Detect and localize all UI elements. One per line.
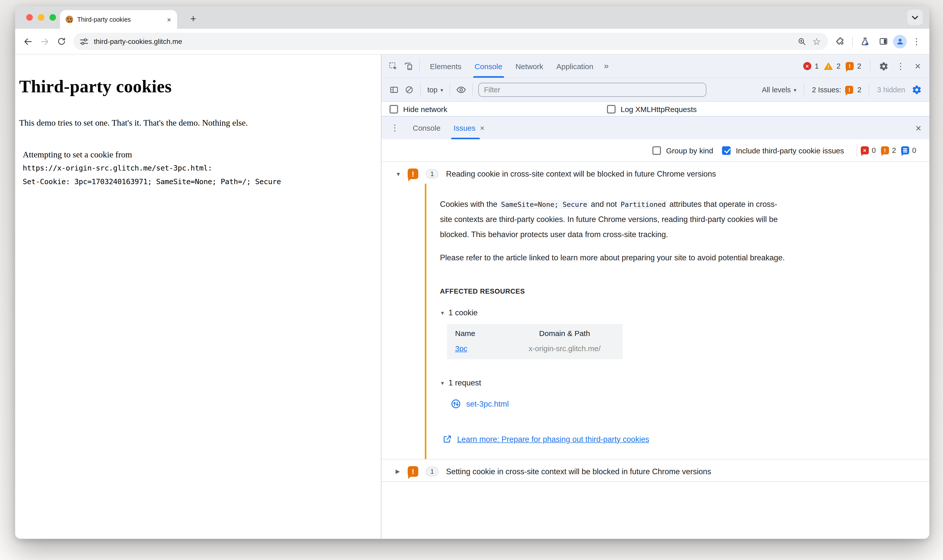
cookie-table-row: 3pc x-origin-src.glitch.me/ (447, 340, 623, 359)
affected-resources-heading: AFFECTED RESOURCES (440, 288, 929, 295)
issue-title[interactable]: Setting cookie in cross-site context wil… (446, 467, 711, 476)
cookie-section-header[interactable]: ▼ 1 cookie (440, 308, 929, 317)
toolbar-separator (852, 37, 853, 46)
external-link-icon (443, 434, 452, 444)
minimize-window-button[interactable] (38, 14, 45, 21)
side-panel-icon[interactable] (875, 33, 892, 50)
toolbar-actions: ⋮ (832, 33, 925, 50)
clear-console-icon[interactable] (402, 82, 417, 97)
issue-row-setting-cookie[interactable]: ▶ ! 1 Setting cookie in cross-site conte… (382, 460, 929, 481)
tab-elements[interactable]: Elements (423, 54, 468, 78)
request-link[interactable]: set-3pc.html (466, 399, 509, 408)
cookie-table-header: Name Domain & Path (447, 324, 623, 340)
collapsed-triangle-icon[interactable]: ▶ (395, 468, 408, 475)
cookie-favicon-icon (66, 15, 73, 23)
devtools-menu-kebab-icon[interactable]: ⋮ (893, 58, 908, 74)
cookie-attempt-block: Attempting to set a cookie from https://… (23, 148, 368, 189)
bookmark-star-icon[interactable]: ☆ (809, 34, 824, 49)
more-tabs-icon[interactable]: » (600, 61, 613, 71)
col-domain-path: Domain & Path (515, 329, 615, 337)
log-xhr-setting[interactable]: Log XMLHttpRequests (607, 105, 697, 114)
drawer-menu-kebab-icon[interactable]: ⋮ (388, 123, 402, 133)
traffic-lights (26, 14, 56, 21)
request-section-header[interactable]: ▼ 1 request (440, 378, 929, 388)
browser-tab[interactable]: Third-party cookies × (60, 10, 177, 29)
expand-triangle-icon[interactable]: ▼ (440, 310, 445, 315)
browser-window: Third-party cookies × + third-party-cook… (15, 6, 929, 539)
issues-summary[interactable]: 2 Issues: ! 2 (808, 86, 866, 94)
console-filter-input[interactable] (478, 83, 706, 97)
learn-more-link[interactable]: Learn more: Prepare for phasing out thir… (457, 435, 649, 444)
group-by-kind-checkbox[interactable] (652, 146, 661, 155)
issues-list: ▼ ! 1 Reading cookie in cross-site conte… (382, 162, 929, 539)
expand-triangle-icon[interactable]: ▼ (395, 171, 408, 177)
issues-badge-icon[interactable]: ! (846, 62, 854, 70)
tab-network[interactable]: Network (509, 54, 550, 78)
issues-count: 2 (857, 62, 861, 70)
issue-paragraph-2: Please refer to the article linked to le… (440, 250, 788, 265)
code-partitioned: Partitioned (619, 200, 667, 209)
maximize-window-button[interactable] (49, 14, 56, 21)
hidden-messages-label[interactable]: 3 hidden (873, 86, 909, 94)
devtools-status: × 1 ! 2 ! 2 ⋮ × (803, 58, 925, 74)
code-samesite: SameSite=None; Secure (500, 200, 589, 209)
zoom-icon[interactable] (795, 34, 809, 49)
close-issues-tab-icon[interactable]: × (480, 124, 485, 132)
error-issues-icon: × (861, 146, 869, 154)
url-text[interactable]: third-party-cookies.glitch.me (94, 37, 795, 45)
device-toolbar-icon[interactable] (401, 58, 416, 74)
drawer-close-icon[interactable]: × (914, 123, 923, 133)
drawer-tab-console[interactable]: Console (410, 117, 443, 139)
log-xhr-checkbox[interactable] (607, 105, 615, 114)
group-by-kind-label[interactable]: Group by kind (666, 146, 713, 155)
tab-console[interactable]: Console (468, 54, 509, 78)
devtools-close-icon[interactable]: × (910, 58, 925, 74)
hide-network-setting[interactable]: Hide network (389, 105, 447, 114)
tab-title: Third-party cookies (77, 16, 166, 23)
experiments-flask-icon[interactable] (857, 33, 873, 50)
forward-button[interactable] (36, 33, 53, 50)
expand-triangle-icon[interactable]: ▼ (440, 380, 445, 386)
learn-more-row: Learn more: Prepare for phasing out thir… (443, 434, 929, 444)
site-info-icon[interactable] (80, 38, 88, 45)
tab-search-button[interactable] (907, 9, 923, 25)
inspect-element-icon[interactable] (386, 58, 401, 74)
web-page: Third-party cookies This demo tries to s… (15, 54, 381, 539)
new-tab-button[interactable]: + (187, 12, 200, 25)
issue-warning-bubble-icon: ! (408, 169, 418, 179)
settings-gear-icon[interactable] (876, 58, 891, 74)
tab-application[interactable]: Application (550, 54, 600, 78)
reload-button[interactable] (53, 33, 70, 50)
issues-toolbar: Group by kind Include third-party cookie… (382, 139, 929, 162)
extensions-icon[interactable] (832, 33, 848, 50)
console-sidebar-toggle-icon[interactable] (386, 82, 402, 97)
separator (472, 83, 473, 96)
issue-title[interactable]: Reading cookie in cross-site context wil… (446, 169, 716, 178)
separator (420, 83, 421, 96)
drawer-tab-issues[interactable]: Issues × (451, 117, 487, 139)
error-issues-count: 0 (872, 146, 876, 154)
include-third-party-label[interactable]: Include third-party cookie issues (736, 146, 844, 155)
info-issues-count: 0 (912, 146, 916, 154)
desktop: Third-party cookies × + third-party-cook… (0, 0, 943, 560)
context-selector[interactable]: top ▾ (424, 86, 446, 94)
tab-close-icon[interactable]: × (166, 15, 172, 24)
warning-badge-icon[interactable]: ! (824, 62, 833, 70)
address-bar[interactable]: third-party-cookies.glitch.me ☆ (73, 33, 828, 50)
log-levels-selector[interactable]: All levels ▾ (758, 86, 800, 94)
hide-network-checkbox[interactable] (389, 105, 398, 114)
titlebar: Third-party cookies × + (15, 6, 929, 29)
cookie-name-link[interactable]: 3pc (455, 344, 515, 353)
issue-row-reading-cookie[interactable]: ▼ ! 1 Reading cookie in cross-site conte… (382, 162, 929, 184)
browser-menu-kebab-icon[interactable]: ⋮ (908, 33, 925, 50)
separator (870, 60, 870, 73)
close-window-button[interactable] (26, 14, 33, 21)
include-third-party-checkbox[interactable] (722, 146, 731, 155)
profile-avatar[interactable] (893, 35, 907, 48)
error-badge-icon[interactable]: × (803, 62, 811, 70)
content-area: Third-party cookies This demo tries to s… (15, 54, 929, 539)
live-expression-eye-icon[interactable] (454, 82, 469, 97)
warning-issues-count: 2 (892, 146, 896, 154)
back-button[interactable] (20, 33, 36, 50)
console-settings-gear-icon[interactable] (909, 82, 925, 97)
